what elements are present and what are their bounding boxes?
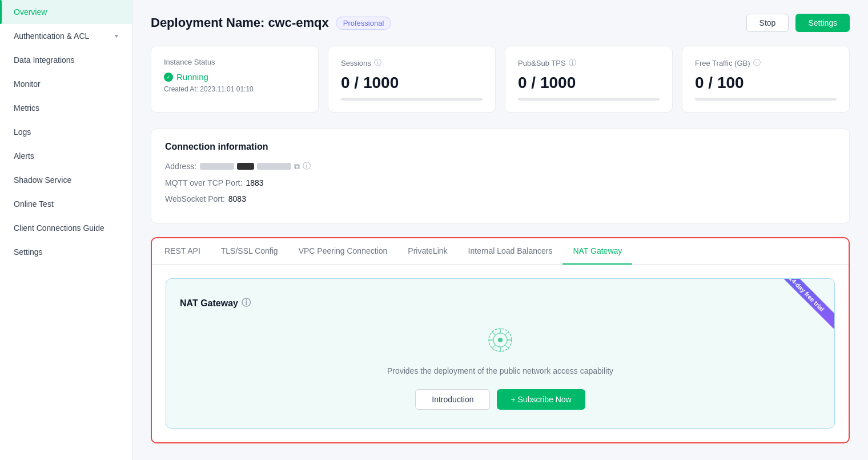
free-traffic-card: Free Traffic (GB) ⓘ 0 / 100 xyxy=(682,46,850,113)
instance-status-label: Instance Status xyxy=(164,58,306,66)
nat-gateway-panel: 14-day free trial NAT Gateway ⓘ xyxy=(152,265,849,442)
websocket-port-value: 8083 xyxy=(228,194,246,203)
sidebar-item-alerts[interactable]: Alerts xyxy=(0,144,132,168)
sidebar-item-settings[interactable]: Settings xyxy=(0,240,132,264)
running-status: Running xyxy=(164,72,306,82)
sidebar-item-metrics[interactable]: Metrics xyxy=(0,96,132,120)
sessions-help-icon: ⓘ xyxy=(374,58,381,68)
sidebar-item-label: Overview xyxy=(14,7,47,17)
chevron-down-icon: ▾ xyxy=(115,32,118,40)
address-blur-1 xyxy=(200,163,234,170)
sessions-card: Sessions ⓘ 0 / 1000 xyxy=(328,46,496,113)
sessions-value: 0 / 1000 xyxy=(341,74,483,92)
sessions-progress-bar xyxy=(341,98,483,101)
free-traffic-progress-bar xyxy=(695,98,837,101)
instance-status-card: Instance Status Running Created At: 2023… xyxy=(151,46,319,113)
sidebar-item-overview[interactable]: Overview xyxy=(0,0,132,24)
sidebar-item-label: Client Connections Guide xyxy=(14,223,105,233)
sidebar-item-online-test[interactable]: Online Test xyxy=(0,192,132,216)
trial-ribbon-wrap: 14-day free trial xyxy=(783,279,834,330)
nat-gateway-title: NAT Gateway ⓘ xyxy=(180,297,821,309)
tab-rest-api[interactable]: REST API xyxy=(154,238,211,265)
nat-gateway-icon xyxy=(483,323,517,357)
tab-vpc-peering[interactable]: VPC Peering Connection xyxy=(288,238,398,265)
free-traffic-label: Free Traffic (GB) ⓘ xyxy=(695,58,837,68)
svg-line-9 xyxy=(505,331,509,335)
main-content: Deployment Name: cwc-emqx Professional S… xyxy=(132,0,868,460)
sidebar-item-monitor[interactable]: Monitor xyxy=(0,72,132,96)
address-label: Address: xyxy=(165,162,196,171)
page-header-left: Deployment Name: cwc-emqx Professional xyxy=(151,15,391,30)
address-blur-3 xyxy=(257,163,291,170)
sidebar-item-label: Logs xyxy=(14,127,31,137)
address-value: ⧉ ⓘ xyxy=(200,161,311,171)
svg-line-8 xyxy=(505,345,509,349)
nat-gateway-help-icon: ⓘ xyxy=(242,297,251,309)
settings-button[interactable]: Settings xyxy=(795,14,850,32)
connection-info-section: Connection information Address: ⧉ ⓘ MQTT… xyxy=(151,129,850,223)
sidebar-item-label: Shadow Service xyxy=(14,175,71,185)
created-at: Created At: 2023.11.01 01:10 xyxy=(164,85,306,93)
sidebar-item-label: Online Test xyxy=(14,199,54,209)
nat-gateway-description: Provides the deployment of the public ne… xyxy=(180,366,821,375)
sidebar-item-label: Monitor xyxy=(14,79,41,89)
address-row: Address: ⧉ ⓘ xyxy=(165,161,835,171)
websocket-port-row: WebSocket Port: 8083 xyxy=(165,194,835,203)
status-cards: Instance Status Running Created At: 2023… xyxy=(151,46,850,113)
trial-ribbon: 14-day free trial xyxy=(783,279,834,329)
stop-button[interactable]: Stop xyxy=(746,14,789,32)
sidebar-item-label: Alerts xyxy=(14,151,34,161)
sidebar-item-label: Data Integrations xyxy=(14,55,75,65)
sidebar: Overview Authentication & ACL ▾ Data Int… xyxy=(0,0,132,460)
sidebar-item-label: Authentication & ACL xyxy=(14,31,89,41)
sidebar-item-data-integrations[interactable]: Data Integrations xyxy=(0,48,132,72)
connection-info-title: Connection information xyxy=(165,142,835,152)
sidebar-item-client-connections-guide[interactable]: Client Connections Guide xyxy=(0,216,132,240)
nat-gateway-inner: 14-day free trial NAT Gateway ⓘ xyxy=(166,278,835,429)
subscribe-now-button[interactable]: + Subscribe Now xyxy=(497,389,585,410)
sessions-label: Sessions ⓘ xyxy=(341,58,483,68)
page-header: Deployment Name: cwc-emqx Professional S… xyxy=(151,14,850,32)
running-dot-icon xyxy=(164,73,173,82)
mqtt-port-value: 1883 xyxy=(246,178,263,187)
tab-nat-gateway[interactable]: NAT Gateway xyxy=(562,238,632,265)
pub-sub-tps-label: Pub&Sub TPS ⓘ xyxy=(518,58,660,68)
free-traffic-value: 0 / 100 xyxy=(695,74,837,92)
mqtt-port-row: MQTT over TCP Port: 1883 xyxy=(165,178,835,187)
pub-sub-tps-value: 0 / 1000 xyxy=(518,74,660,92)
pub-sub-progress-bar xyxy=(518,98,660,101)
pub-sub-tps-card: Pub&Sub TPS ⓘ 0 / 1000 xyxy=(505,46,673,113)
tab-internal-lb[interactable]: Internal Load Balancers xyxy=(458,238,563,265)
svg-point-2 xyxy=(498,338,503,342)
sidebar-item-shadow-service[interactable]: Shadow Service xyxy=(0,168,132,192)
svg-line-7 xyxy=(492,331,495,335)
address-help-icon: ⓘ xyxy=(303,161,311,171)
nat-gateway-actions: Introduction + Subscribe Now xyxy=(180,389,821,410)
address-blur-2 xyxy=(237,163,254,170)
sidebar-item-label: Metrics xyxy=(14,103,39,113)
professional-badge: Professional xyxy=(336,17,392,30)
sidebar-item-logs[interactable]: Logs xyxy=(0,120,132,144)
sidebar-item-label: Settings xyxy=(14,247,43,257)
tab-tls-ssl[interactable]: TLS/SSL Config xyxy=(211,238,288,265)
tab-private-link[interactable]: PrivateLink xyxy=(397,238,457,265)
mqtt-port-label: MQTT over TCP Port: xyxy=(165,178,242,187)
header-actions: Stop Settings xyxy=(746,14,850,32)
sidebar-item-auth-acl[interactable]: Authentication & ACL ▾ xyxy=(0,24,132,48)
pub-sub-help-icon: ⓘ xyxy=(569,58,576,68)
introduction-button[interactable]: Introduction xyxy=(415,389,490,410)
free-traffic-help-icon: ⓘ xyxy=(753,58,761,68)
tabs-nav: REST API TLS/SSL Config VPC Peering Conn… xyxy=(152,238,849,265)
websocket-port-label: WebSocket Port: xyxy=(165,194,225,203)
svg-line-10 xyxy=(492,345,495,349)
page-title: Deployment Name: cwc-emqx xyxy=(151,15,329,30)
copy-icon[interactable]: ⧉ xyxy=(294,162,300,171)
tabs-section: REST API TLS/SSL Config VPC Peering Conn… xyxy=(151,237,850,443)
